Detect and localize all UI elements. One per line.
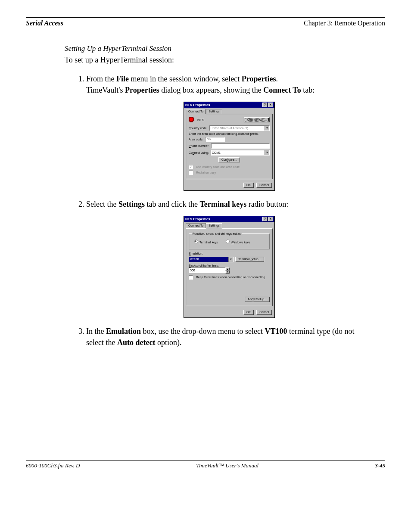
- chevron-down-icon[interactable]: ▼: [265, 126, 269, 131]
- dialog2-title: NTS Properties: [185, 217, 210, 221]
- area-code-input[interactable]: 707: [205, 137, 225, 142]
- nts-properties-dialog-settings: NTS Properties ? x Connect To Settings F…: [184, 216, 275, 317]
- help-icon[interactable]: ?: [262, 217, 268, 221]
- step-3: In the Emulation box, use the drop-down …: [86, 326, 372, 348]
- windows-keys-radio[interactable]: Windows keys: [226, 240, 250, 244]
- spin-up-icon[interactable]: ▲: [225, 268, 230, 271]
- phone-icon: [189, 117, 196, 123]
- phone-number-label: Phone number:: [189, 144, 209, 148]
- function-keys-legend: Function, arrow, and ctrl keys act as: [192, 232, 242, 236]
- help-icon[interactable]: ?: [262, 103, 268, 107]
- page-footer: 6000-100Ch3.fm Rev. D TimeVault™ User's …: [26, 460, 385, 469]
- ok-button[interactable]: OK: [243, 310, 254, 315]
- dialog1-panel: NTS Change Icon... Country code: United …: [186, 114, 273, 179]
- dialog2-panel: Function, arrow, and ctrl keys act as Te…: [186, 228, 273, 306]
- connect-using-select[interactable]: COM1 ▼: [211, 150, 270, 156]
- nts-properties-dialog-connect: NTS Properties ? x Connect To Settings: [184, 102, 275, 191]
- redial-label: Redial on busy: [196, 171, 216, 174]
- footer-page-number: 3-45: [375, 462, 385, 469]
- backscroll-label: Backscroll buffer lines:: [189, 264, 270, 268]
- dialog1-title: NTS Properties: [185, 103, 210, 107]
- chevron-down-icon[interactable]: ▼: [228, 257, 233, 262]
- spin-down-icon[interactable]: ▼: [225, 271, 230, 274]
- beep-label: Beep three times when connecting or disc…: [196, 276, 265, 279]
- redial-checkbox: [189, 171, 193, 175]
- close-icon[interactable]: x: [268, 217, 273, 221]
- country-code-label: Country code:: [189, 127, 208, 130]
- header-left: Serial Access: [26, 19, 63, 27]
- tab-settings[interactable]: Settings: [206, 109, 222, 114]
- dialog2-tabstrip: Connect To Settings: [184, 222, 274, 228]
- footer-center: TimeVault™ User's Manual: [196, 462, 258, 469]
- use-country-code-label: Use country code and area code: [196, 165, 240, 169]
- terminal-keys-radio[interactable]: Terminal keys: [194, 240, 218, 244]
- connect-using-label: Connect using:: [189, 151, 209, 155]
- cancel-button[interactable]: Cancel: [256, 310, 272, 315]
- beep-checkbox[interactable]: [189, 275, 193, 280]
- ok-button[interactable]: OK: [243, 183, 254, 188]
- step-2: Select the Settings tab and click the Te…: [86, 199, 372, 317]
- dialog1-titlebar[interactable]: NTS Properties ? x: [184, 102, 274, 108]
- connection-icon: NTS: [189, 117, 204, 123]
- emulation-select[interactable]: VT100 ▼: [189, 257, 234, 262]
- page: Serial Access Chapter 3: Remote Operatio…: [26, 17, 385, 469]
- area-code-label: Area code:: [189, 138, 203, 141]
- country-code-select[interactable]: United States of America (1) ▼: [209, 125, 270, 131]
- function-keys-group: Function, arrow, and ctrl keys act as Te…: [189, 232, 270, 249]
- cancel-button[interactable]: Cancel: [256, 183, 272, 188]
- change-icon-button[interactable]: Change Icon...: [244, 117, 270, 122]
- area-code-hint: Enter the area code without the long-dis…: [189, 132, 270, 136]
- configure-button[interactable]: Configure...: [218, 157, 240, 162]
- chevron-down-icon[interactable]: ▼: [265, 150, 269, 155]
- step-1: From the File menu in the session window…: [86, 73, 372, 191]
- backscroll-spinner[interactable]: ▲ ▼: [189, 268, 232, 274]
- page-header: Serial Access Chapter 3: Remote Operatio…: [26, 19, 385, 27]
- backscroll-input[interactable]: [189, 268, 225, 273]
- dialog1-tabstrip: Connect To Settings: [184, 108, 274, 114]
- section-subheading: Setting Up a HyperTerminal Session: [65, 44, 372, 53]
- terminal-setup-button[interactable]: Terminal Setup...: [235, 257, 264, 262]
- tab-settings[interactable]: Settings: [206, 223, 222, 228]
- header-right: Chapter 3: Remote Operation: [304, 19, 385, 27]
- close-icon[interactable]: x: [268, 103, 273, 107]
- section-intro: To set up a HyperTerminal session:: [65, 56, 372, 65]
- dialog2-titlebar[interactable]: NTS Properties ? x: [184, 216, 274, 222]
- emulation-label: Emulation:: [189, 252, 270, 255]
- tab-connect-to[interactable]: Connect To: [186, 223, 206, 228]
- content: Setting Up a HyperTerminal Session To se…: [65, 44, 372, 348]
- steps-list: From the File menu in the session window…: [65, 73, 372, 348]
- phone-number-input[interactable]: [211, 143, 270, 149]
- tab-connect-to[interactable]: Connect To: [186, 109, 206, 114]
- ascii-setup-button[interactable]: ASCII Setup...: [245, 297, 270, 302]
- footer-left: 6000-100Ch3.fm Rev. D: [26, 462, 80, 469]
- use-country-code-checkbox: ✓: [189, 165, 193, 169]
